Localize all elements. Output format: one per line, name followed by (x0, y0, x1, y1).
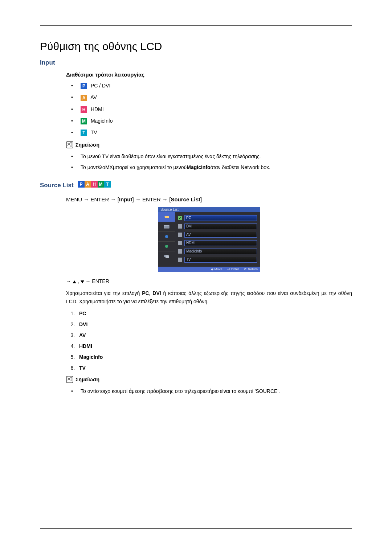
osd-left-picture-icon (158, 222, 175, 232)
osd-item-tv: TV (184, 257, 257, 263)
bottom-divider (40, 528, 352, 529)
description: Χρησιμοποιείται για την επιλογή PC, DVI … (66, 289, 352, 305)
n1b-mx: MX (105, 164, 113, 170)
source-numbered-list: PC DVI AV HDMI MagicInfo TV (66, 311, 352, 371)
mp-rb1: ] (132, 196, 134, 202)
osd-row-av: AV (178, 231, 257, 238)
osd-item-pc: PC (184, 215, 257, 221)
numlist-5: MagicInfo (76, 354, 352, 360)
osd-dot-green (165, 245, 168, 248)
n1b-mid2: όταν διαθέτει Network box. (211, 164, 270, 170)
osd-footer-move: ◆ Move (211, 267, 222, 271)
numlist-2: DVI (76, 321, 352, 327)
mode-pc-label: PC / DVI (91, 83, 110, 89)
osd-dot-blue (165, 235, 168, 238)
menu-path: MENU → ENTER → [Input] → ENTER → [Source… (66, 196, 352, 202)
osd-check-icon (178, 249, 182, 254)
osd-screenshot: Source List (158, 207, 260, 272)
osd-left-sound-icon (158, 232, 175, 242)
up-arrow-icon (73, 280, 76, 283)
nav-enter: ENTER (92, 278, 109, 284)
osd-title: Source List (158, 207, 260, 212)
desc-dvi: DVI (152, 290, 161, 296)
osd-row-magicinfo: MagicInfo (178, 248, 257, 255)
mode-magicinfo-label: MagicInfo (91, 118, 113, 124)
osd-item-hdmi: HDMI (184, 240, 257, 246)
osd-item-dvi: DVI (184, 223, 257, 229)
p-icon: P (81, 83, 87, 89)
note-icon (66, 376, 73, 383)
nl-pc: PC (79, 311, 86, 316)
nl-av: AV (79, 332, 86, 338)
notes-list-2: Το αντίστοιχο κουμπί άμεσης πρόσβασης στ… (66, 388, 352, 394)
osd-row-hdmi: HDMI (178, 239, 257, 247)
osd-row-pc: ✔ PC (178, 214, 257, 222)
note-heading-1: Σημείωση (66, 141, 352, 148)
n1b-mid1: μπορεί να χρησιμοποιεί το μενού (113, 164, 187, 170)
mode-av-label: AV (90, 94, 97, 100)
down-arrow-icon (81, 280, 84, 283)
n1b-mi: MagicInfo (187, 164, 210, 170)
strip-h-icon: H (91, 181, 98, 188)
note-icon (66, 141, 73, 148)
osd-item-magicinfo: MagicInfo (184, 249, 257, 254)
note1-b: Το μοντέλοMXμπορεί να χρησιμοποιεί το με… (66, 164, 352, 170)
mp-input: Input (119, 196, 132, 202)
top-divider (40, 25, 352, 26)
note-heading-2: Σημείωση (66, 376, 352, 383)
mode-av: A AV (66, 94, 352, 101)
strip-p-icon: P (78, 181, 85, 188)
nl-mi: MagicInfo (79, 354, 103, 360)
osd-left-setup-icon (158, 242, 175, 251)
modes-list: P PC / DVI A AV H HDMI M MagicInfo T TV (66, 83, 352, 136)
osd-footer-move-label: Move (214, 267, 222, 271)
nl-dvi: DVI (79, 321, 87, 327)
nl-hdmi: HDMI (79, 343, 92, 349)
nl-tv: TV (79, 365, 86, 371)
svg-rect-1 (164, 225, 169, 228)
mode-hdmi-label: HDMI (91, 106, 104, 112)
numlist-4: HDMI (76, 343, 352, 349)
osd-left-input-icon (158, 212, 175, 222)
desc-c: , (149, 290, 153, 296)
mode-tv-label: TV (91, 130, 97, 135)
mp-rb2: ] (200, 196, 202, 202)
mode-strip: P A H M T (78, 181, 111, 188)
note1-a: Το μενού TV είναι διαθέσιμο όταν είναι ε… (66, 153, 352, 159)
t-icon: T (81, 130, 87, 136)
m-icon: M (81, 118, 87, 124)
note-label-1: Σημείωση (75, 142, 99, 148)
osd-check-on-icon: ✔ (178, 216, 182, 220)
mode-magicinfo: M MagicInfo (66, 118, 352, 124)
osd-footer-return-label: Return (248, 267, 258, 271)
osd-sidebar (158, 212, 175, 267)
mp-a1: → (83, 196, 89, 202)
osd-footer: ◆ Move ⏎ Enter ↺ Return (158, 267, 260, 272)
note-label-2: Σημείωση (75, 377, 99, 382)
section-source-list: Source List (40, 182, 74, 189)
osd-check-icon (178, 241, 182, 245)
mp-a2: → (111, 196, 116, 202)
osd-check-icon (178, 233, 182, 237)
numlist-6: TV (76, 365, 352, 371)
osd-left-multi-icon (158, 251, 175, 261)
strip-a-icon: A (85, 181, 91, 188)
notes-list-1: Το μενού TV είναι διαθέσιμο όταν είναι ε… (66, 153, 352, 170)
svg-rect-3 (166, 255, 169, 258)
osd-list: ✔ PC DVI AV HDMI (175, 212, 260, 267)
mp-menu: MENU (66, 196, 82, 202)
h-icon: H (81, 106, 87, 113)
mp-a4: → (162, 196, 168, 202)
note2-a: Το αντίστοιχο κουμπί άμεσης πρόσβασης στ… (66, 388, 352, 394)
osd-item-av: AV (184, 232, 257, 238)
mode-hdmi: H HDMI (66, 106, 352, 113)
mode-tv: T TV (66, 130, 352, 136)
mode-pc: P PC / DVI (66, 83, 352, 89)
mp-sl: Source List (171, 196, 200, 202)
a-icon: A (81, 95, 87, 101)
page-title: Ρύθμιση της οθόνης LCD (40, 40, 352, 53)
osd-footer-return: ↺ Return (244, 267, 258, 271)
desc-pre: Χρησιμοποιείται για την επιλογή (66, 290, 142, 296)
strip-t-icon: T (104, 181, 111, 188)
numlist-3: AV (76, 332, 352, 338)
